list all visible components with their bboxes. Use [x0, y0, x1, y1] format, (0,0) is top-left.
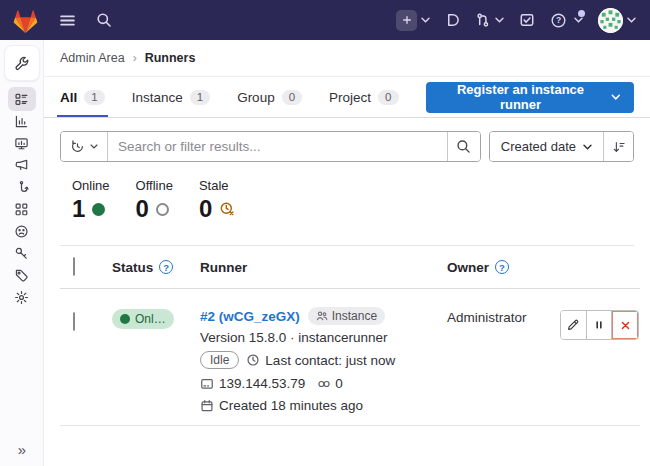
pencil-icon — [566, 318, 580, 332]
monitor-icon — [14, 136, 29, 151]
main-content: Admin Area › Runners All 1 Instance 1 Gr… — [44, 40, 650, 466]
notification-dot — [578, 10, 585, 17]
idle-badge: Idle — [200, 351, 239, 369]
close-icon — [619, 319, 632, 332]
new-menu-button[interactable] — [396, 10, 430, 31]
tab-group[interactable]: Group 0 — [237, 77, 302, 117]
search-icon — [456, 139, 471, 154]
sidebar-item-settings[interactable] — [8, 286, 36, 308]
chevron-down-icon — [421, 17, 430, 23]
runner-actions — [560, 310, 639, 340]
breadcrumb-current: Runners — [145, 51, 196, 65]
history-icon — [70, 139, 85, 154]
avatar — [598, 8, 623, 33]
jobs-count[interactable]: 0 — [317, 376, 343, 391]
admin-sidebar: » — [0, 40, 44, 466]
owner-cell[interactable]: Administrator — [447, 307, 560, 325]
link-icon — [317, 378, 331, 390]
svg-text:?: ? — [556, 15, 561, 25]
search-history-dropdown[interactable] — [61, 132, 108, 161]
last-contact: Last contact: just now — [246, 353, 395, 368]
host-icon — [200, 377, 214, 391]
issues-icon[interactable] — [445, 12, 460, 28]
tab-project-count: 0 — [378, 90, 398, 105]
search-input[interactable] — [108, 132, 447, 161]
people-icon — [316, 310, 328, 322]
select-all-checkbox[interactable] — [73, 257, 75, 276]
instance-type-badge: Instance — [308, 307, 385, 325]
sidebar-item-labels[interactable] — [8, 264, 36, 286]
runner-created-row: Created 18 minutes ago — [200, 398, 447, 413]
merge-requests-button[interactable] — [475, 12, 504, 28]
status-help-icon[interactable]: ? — [159, 260, 173, 274]
merge-request-icon — [475, 12, 491, 28]
table-header-row: Status ? Runner Owner ? — [60, 246, 640, 289]
filtered-search-box — [60, 131, 481, 162]
sort-controls: Created date — [489, 131, 634, 162]
sidebar-item-system-hooks[interactable] — [8, 176, 36, 198]
tab-instance[interactable]: Instance 1 — [132, 77, 210, 117]
runner-link[interactable]: #2 (wCG_zeGX) — [200, 309, 300, 324]
overview-icon — [14, 92, 29, 107]
breadcrumb-separator: › — [133, 51, 137, 65]
sidebar-item-applications[interactable] — [8, 198, 36, 220]
calendar-icon — [200, 399, 214, 413]
chart-icon — [14, 114, 29, 129]
search-icon[interactable] — [96, 12, 112, 28]
runner-ip: 139.144.53.79 — [219, 376, 305, 391]
stat-stale: Stale 0 — [199, 178, 235, 222]
megaphone-icon — [14, 158, 29, 173]
gitlab-admin-runners-page: ? — [0, 0, 650, 466]
gear-icon — [14, 290, 29, 305]
sidebar-item-abuse-reports[interactable] — [8, 220, 36, 242]
sidebar-item-analytics[interactable] — [8, 110, 36, 132]
register-instance-runner-button[interactable]: Register an instance runner — [426, 82, 635, 113]
status-badge: Online — [112, 309, 174, 329]
runner-created: Created 18 minutes ago — [219, 398, 363, 413]
chevron-down-icon — [583, 144, 592, 150]
breadcrumb: Admin Area › Runners — [44, 40, 650, 77]
pause-icon — [593, 319, 605, 331]
tab-group-count: 0 — [282, 90, 302, 105]
search-submit-button[interactable] — [447, 132, 480, 161]
pause-runner-button[interactable] — [587, 311, 613, 339]
clock-icon — [246, 353, 260, 367]
sidebar-item-monitoring[interactable] — [8, 132, 36, 154]
help-icon: ? — [550, 12, 567, 29]
owner-help-icon[interactable]: ? — [495, 260, 509, 274]
gitlab-logo-icon[interactable] — [12, 8, 39, 33]
sort-direction-button[interactable] — [603, 132, 633, 161]
runner-ip-row: 139.144.53.79 0 — [200, 376, 447, 391]
runner-stats: Online 1 Offline 0 Stale 0 — [60, 178, 634, 246]
user-menu-button[interactable] — [598, 8, 636, 33]
sidebar-item-admin-overview[interactable] — [4, 45, 40, 81]
sidebar-item-overview[interactable] — [8, 87, 36, 111]
runners-table: Status ? Runner Owner ? Online — [60, 246, 640, 426]
table-row: Online #2 (wCG_zeGX) Instance — [60, 289, 640, 426]
plus-icon — [396, 10, 417, 31]
todos-icon[interactable] — [519, 12, 535, 28]
tab-all[interactable]: All 1 — [60, 77, 105, 117]
top-navbar: ? — [0, 0, 650, 40]
sidebar-item-deploy-keys[interactable] — [8, 242, 36, 264]
help-button[interactable]: ? — [550, 12, 583, 29]
sidebar-item-messages[interactable] — [8, 154, 36, 176]
tab-instance-count: 1 — [190, 90, 210, 105]
tab-project[interactable]: Project 0 — [329, 77, 398, 117]
sort-by-dropdown[interactable]: Created date — [490, 132, 603, 161]
edit-runner-button[interactable] — [561, 311, 587, 339]
sidebar-collapse-button[interactable]: » — [0, 441, 44, 458]
runner-tabs-bar: All 1 Instance 1 Group 0 Project 0 Regis… — [44, 77, 650, 118]
chevron-down-icon — [90, 144, 98, 149]
stale-clock-icon — [219, 201, 235, 217]
applications-icon — [14, 202, 29, 217]
sad-face-icon — [14, 224, 29, 239]
sort-descending-icon — [612, 140, 626, 154]
tab-all-count: 1 — [84, 90, 104, 105]
row-checkbox[interactable] — [73, 312, 75, 331]
breadcrumb-admin-area[interactable]: Admin Area — [60, 51, 125, 65]
hamburger-menu-icon[interactable] — [59, 12, 76, 29]
delete-runner-button[interactable] — [612, 311, 638, 339]
filter-bar: Created date — [60, 131, 634, 162]
tag-icon — [14, 268, 29, 283]
